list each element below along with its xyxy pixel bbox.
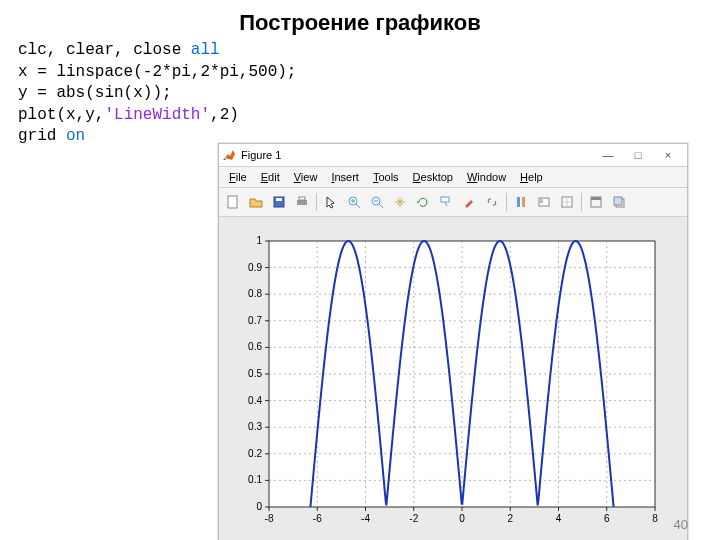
svg-line-6 [356, 204, 360, 208]
svg-rect-13 [517, 197, 520, 207]
colorbar-icon[interactable] [510, 191, 532, 213]
pan-icon[interactable] [389, 191, 411, 213]
svg-line-10 [379, 204, 383, 208]
menubar: File Edit View Insert Tools Desktop Wind… [219, 167, 687, 188]
menu-tools[interactable]: Tools [367, 169, 405, 185]
svg-text:-2: -2 [409, 513, 418, 524]
svg-rect-24 [614, 197, 622, 205]
svg-rect-3 [297, 200, 307, 205]
menu-window[interactable]: Window [461, 169, 512, 185]
svg-text:6: 6 [604, 513, 610, 524]
maximize-button[interactable]: □ [623, 146, 653, 164]
open-icon[interactable] [245, 191, 267, 213]
svg-text:0.3: 0.3 [248, 421, 262, 432]
svg-text:0.2: 0.2 [248, 448, 262, 459]
svg-text:0.6: 0.6 [248, 341, 262, 352]
figure-window: Figure 1 — □ × File Edit View Insert Too… [218, 143, 688, 540]
pointer-icon[interactable] [320, 191, 342, 213]
svg-text:0: 0 [256, 501, 262, 512]
svg-text:0: 0 [459, 513, 465, 524]
matlab-icon [223, 148, 237, 162]
dock-icon[interactable] [585, 191, 607, 213]
close-button[interactable]: × [653, 146, 683, 164]
svg-text:2: 2 [507, 513, 513, 524]
brush-icon[interactable] [458, 191, 480, 213]
undock-icon[interactable] [608, 191, 630, 213]
menu-file[interactable]: File [223, 169, 253, 185]
svg-text:8: 8 [652, 513, 658, 524]
svg-rect-22 [591, 197, 601, 200]
svg-text:-6: -6 [313, 513, 322, 524]
zoom-out-icon[interactable] [366, 191, 388, 213]
svg-text:0.9: 0.9 [248, 262, 262, 273]
svg-text:0.1: 0.1 [248, 474, 262, 485]
page-title: Построение графиков [0, 0, 720, 36]
rotate-icon[interactable] [412, 191, 434, 213]
svg-text:0.7: 0.7 [248, 315, 262, 326]
svg-text:4: 4 [556, 513, 562, 524]
menu-desktop[interactable]: Desktop [407, 169, 459, 185]
svg-text:0.5: 0.5 [248, 368, 262, 379]
svg-rect-4 [299, 197, 305, 200]
page-number: 40 [674, 517, 688, 532]
toolbar [219, 188, 687, 217]
axes[interactable]: -8-6-4-20246800.10.20.30.40.50.60.70.80.… [227, 231, 667, 531]
menu-edit[interactable]: Edit [255, 169, 286, 185]
datatip-icon[interactable] [435, 191, 457, 213]
svg-rect-2 [276, 198, 282, 201]
zoom-in-icon[interactable] [343, 191, 365, 213]
svg-text:-8: -8 [265, 513, 274, 524]
link-icon[interactable] [481, 191, 503, 213]
plot-svg: -8-6-4-20246800.10.20.30.40.50.60.70.80.… [227, 231, 667, 531]
svg-rect-14 [522, 197, 525, 207]
titlebar[interactable]: Figure 1 — □ × [219, 144, 687, 167]
svg-text:-4: -4 [361, 513, 370, 524]
minimize-button[interactable]: — [593, 146, 623, 164]
code-block: clc, clear, close all x = linspace(-2*pi… [0, 36, 720, 148]
save-icon[interactable] [268, 191, 290, 213]
print-icon[interactable] [291, 191, 313, 213]
svg-text:0.8: 0.8 [248, 288, 262, 299]
menu-view[interactable]: View [288, 169, 324, 185]
svg-text:1: 1 [256, 235, 262, 246]
new-icon[interactable] [222, 191, 244, 213]
svg-rect-0 [228, 196, 237, 208]
svg-rect-12 [441, 197, 449, 202]
svg-text:0.4: 0.4 [248, 395, 262, 406]
axes-icon[interactable] [556, 191, 578, 213]
legend-icon[interactable] [533, 191, 555, 213]
plot-container: -8-6-4-20246800.10.20.30.40.50.60.70.80.… [219, 217, 687, 540]
window-title: Figure 1 [241, 149, 593, 161]
menu-insert[interactable]: Insert [325, 169, 365, 185]
menu-help[interactable]: Help [514, 169, 549, 185]
